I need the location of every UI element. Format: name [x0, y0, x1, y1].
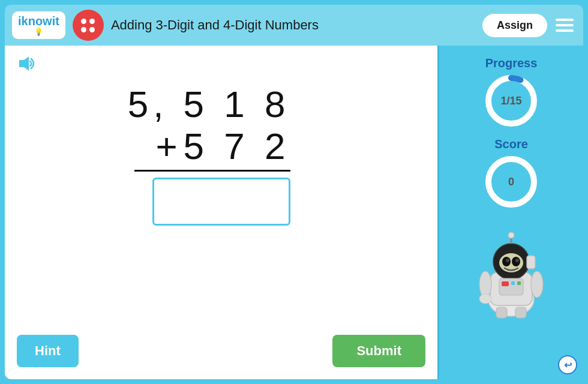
score-section: Score 0: [484, 137, 538, 209]
math-operator: +: [155, 125, 177, 167]
math-divider-line: [134, 170, 290, 172]
hint-button[interactable]: Hint: [17, 335, 79, 367]
svg-point-9: [508, 232, 514, 238]
svg-rect-16: [499, 278, 523, 295]
score-label: Score: [494, 137, 528, 151]
svg-rect-19: [517, 281, 521, 285]
dice-dot: [81, 27, 86, 32]
left-panel: 5, 5 1 8 + 5 7 2 Hint Submit: [5, 46, 437, 379]
header: iknowit 💡 Adding 3-Digit and 4-Digit Num…: [5, 5, 583, 46]
robot-svg: [472, 218, 550, 320]
progress-value: 1/15: [500, 95, 521, 107]
svg-rect-23: [496, 307, 507, 318]
svg-point-22: [479, 294, 491, 304]
sound-icon[interactable]: [17, 55, 38, 72]
back-arrow-button[interactable]: ↩: [558, 355, 577, 374]
progress-circle: 1/15: [484, 74, 538, 128]
svg-marker-0: [19, 56, 29, 71]
answer-input[interactable]: [154, 179, 289, 224]
hamburger-line: [556, 29, 574, 32]
score-circle: 0: [484, 155, 538, 209]
logo-bulb-icon: 💡: [34, 28, 43, 35]
progress-section: Progress 1/15: [484, 56, 538, 128]
svg-point-14: [506, 259, 509, 262]
svg-point-21: [531, 271, 543, 298]
robot-illustration: [472, 218, 550, 326]
right-panel-wrapper: Progress 1/15 Score: [439, 46, 583, 379]
assign-button[interactable]: Assign: [482, 14, 547, 37]
svg-rect-10: [527, 256, 535, 269]
dice-dot: [81, 19, 86, 24]
right-panel: Progress 1/15 Score: [439, 46, 583, 332]
header-right: Assign: [482, 14, 576, 37]
svg-rect-18: [511, 281, 515, 285]
math-number2: 5 7 2: [184, 125, 290, 167]
bottom-buttons: Hint Submit: [17, 329, 425, 370]
dice-dot: [89, 19, 95, 24]
math-problem-area: 5, 5 1 8 + 5 7 2: [17, 72, 425, 329]
logo-box: iknowit 💡: [12, 11, 65, 39]
math-number1: 5, 5 1 8: [128, 84, 290, 125]
logo-text: iknowit: [18, 15, 59, 27]
svg-point-15: [515, 259, 519, 262]
svg-rect-17: [502, 281, 509, 286]
answer-box[interactable]: [152, 178, 290, 226]
progress-label: Progress: [485, 56, 538, 70]
lesson-title: Adding 3-Digit and 4-Digit Numbers: [111, 17, 475, 33]
main-content: 5, 5 1 8 + 5 7 2 Hint Submit: [5, 46, 583, 379]
back-arrow-icon: ↩: [564, 359, 572, 371]
dice-icon: [73, 10, 104, 41]
submit-button[interactable]: Submit: [332, 335, 425, 367]
hamburger-line: [556, 19, 574, 21]
svg-point-20: [479, 271, 491, 298]
dice-dot: [89, 27, 95, 32]
dice-dots: [79, 16, 97, 35]
svg-rect-24: [515, 307, 526, 318]
math-second-row: + 5 7 2: [167, 125, 290, 167]
hamburger-line: [556, 24, 574, 26]
logo-area: iknowit 💡: [12, 11, 65, 39]
score-value: 0: [508, 176, 514, 188]
hamburger-menu-button[interactable]: [553, 16, 576, 34]
